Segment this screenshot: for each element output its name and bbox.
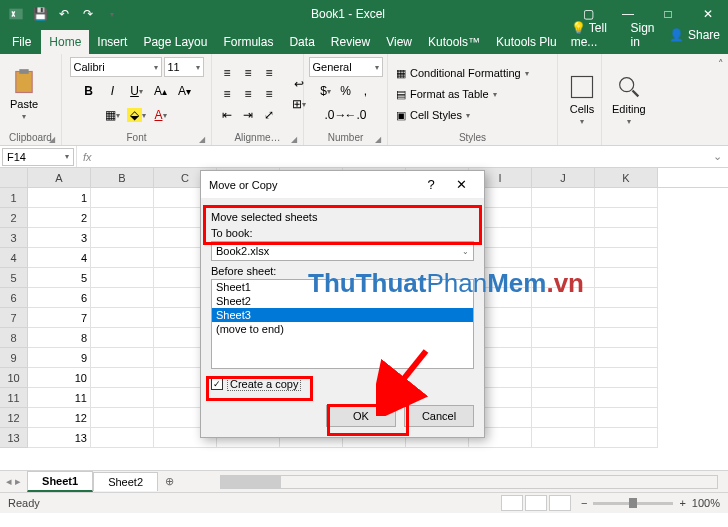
cell[interactable]: 12: [28, 408, 91, 428]
cell[interactable]: 6: [28, 288, 91, 308]
number-format-select[interactable]: General▾: [309, 57, 383, 77]
cell[interactable]: [595, 228, 658, 248]
sign-in[interactable]: Sign in: [624, 16, 663, 54]
cell[interactable]: [595, 288, 658, 308]
cell[interactable]: [91, 268, 154, 288]
align-left-button[interactable]: ≡: [218, 84, 236, 104]
cell[interactable]: 11: [28, 388, 91, 408]
font-size-select[interactable]: 11▾: [164, 57, 204, 77]
cell[interactable]: [532, 208, 595, 228]
cell[interactable]: [91, 388, 154, 408]
row-header[interactable]: 7: [0, 308, 28, 328]
cell[interactable]: [532, 308, 595, 328]
align-top-button[interactable]: ≡: [218, 63, 236, 83]
col-header[interactable]: J: [532, 168, 595, 187]
collapse-ribbon-icon[interactable]: ˄: [714, 54, 728, 145]
cell[interactable]: [91, 288, 154, 308]
save-icon[interactable]: 💾: [30, 4, 50, 24]
cell[interactable]: [595, 248, 658, 268]
increase-indent-button[interactable]: ⇥: [239, 105, 257, 125]
formula-input[interactable]: fx: [76, 146, 707, 167]
cell[interactable]: 10: [28, 368, 91, 388]
cell[interactable]: [532, 388, 595, 408]
redo-icon[interactable]: ↷: [78, 4, 98, 24]
row-header[interactable]: 8: [0, 328, 28, 348]
cell[interactable]: [595, 388, 658, 408]
zoom-slider[interactable]: [593, 502, 673, 505]
cell[interactable]: 2: [28, 208, 91, 228]
cell[interactable]: [91, 348, 154, 368]
cell[interactable]: [532, 248, 595, 268]
cell[interactable]: [595, 268, 658, 288]
cell[interactable]: [91, 368, 154, 388]
col-header[interactable]: A: [28, 168, 91, 187]
borders-button[interactable]: ▦▾: [102, 105, 124, 125]
expand-icon[interactable]: ◢: [291, 135, 297, 144]
dialog-title-bar[interactable]: Move or Copy ? ✕: [201, 171, 484, 199]
cell[interactable]: 1: [28, 188, 91, 208]
cell[interactable]: [595, 208, 658, 228]
align-center-button[interactable]: ≡: [239, 84, 257, 104]
col-header[interactable]: K: [595, 168, 658, 187]
orientation-button[interactable]: ⤢: [260, 105, 278, 125]
format-as-table-button[interactable]: ▤Format as Table▾: [394, 84, 531, 104]
cell[interactable]: [595, 428, 658, 448]
expand-icon[interactable]: ◢: [199, 135, 205, 144]
cell[interactable]: [595, 348, 658, 368]
italic-button[interactable]: I: [102, 81, 124, 101]
dialog-help-button[interactable]: ?: [416, 177, 446, 192]
horizontal-scrollbar[interactable]: [220, 475, 718, 489]
editing-button[interactable]: Editing▾: [608, 71, 650, 128]
row-header[interactable]: 9: [0, 348, 28, 368]
underline-button[interactable]: U▾: [126, 81, 148, 101]
row-header[interactable]: 6: [0, 288, 28, 308]
tell-me[interactable]: 💡 Tell me...: [565, 16, 625, 54]
page-break-view-button[interactable]: [549, 495, 571, 511]
normal-view-button[interactable]: [501, 495, 523, 511]
cell[interactable]: [91, 308, 154, 328]
align-middle-button[interactable]: ≡: [239, 63, 257, 83]
tab-view[interactable]: View: [378, 30, 420, 54]
col-header[interactable]: B: [91, 168, 154, 187]
decrease-font-button[interactable]: A▾: [174, 81, 196, 101]
file-tab[interactable]: File: [2, 30, 41, 54]
cell[interactable]: [91, 228, 154, 248]
cancel-button[interactable]: Cancel: [404, 405, 474, 427]
row-header[interactable]: 5: [0, 268, 28, 288]
cell[interactable]: [532, 268, 595, 288]
zoom-out-button[interactable]: −: [581, 497, 587, 509]
dialog-close-button[interactable]: ✕: [446, 177, 476, 192]
row-header[interactable]: 3: [0, 228, 28, 248]
row-header[interactable]: 10: [0, 368, 28, 388]
tab-data[interactable]: Data: [281, 30, 322, 54]
cell[interactable]: [532, 428, 595, 448]
font-name-select[interactable]: Calibri▾: [70, 57, 162, 77]
cell-styles-button[interactable]: ▣Cell Styles▾: [394, 105, 531, 125]
cell[interactable]: 9: [28, 348, 91, 368]
before-sheet-list[interactable]: Sheet1 Sheet2 Sheet3 (move to end): [211, 279, 474, 369]
to-book-select[interactable]: Book2.xlsx⌄: [211, 241, 474, 261]
tab-insert[interactable]: Insert: [89, 30, 135, 54]
cell[interactable]: [532, 348, 595, 368]
paste-button[interactable]: Paste ▾: [6, 66, 42, 123]
tab-home[interactable]: Home: [41, 30, 89, 54]
select-all-corner[interactable]: [0, 168, 28, 187]
font-color-button[interactable]: A▾: [150, 105, 172, 125]
row-header[interactable]: 4: [0, 248, 28, 268]
list-option-selected[interactable]: Sheet3: [212, 308, 473, 322]
list-option[interactable]: Sheet2: [212, 294, 473, 308]
cell[interactable]: [595, 308, 658, 328]
sheet-tab-2[interactable]: Sheet2: [93, 472, 158, 491]
sheet-nav[interactable]: ◂ ▸: [0, 475, 27, 488]
cell[interactable]: 5: [28, 268, 91, 288]
cell[interactable]: [532, 408, 595, 428]
cells-button[interactable]: Cells▾: [564, 71, 600, 128]
cell[interactable]: 4: [28, 248, 91, 268]
cell[interactable]: [532, 228, 595, 248]
cell[interactable]: [91, 408, 154, 428]
cell[interactable]: [595, 188, 658, 208]
row-header[interactable]: 1: [0, 188, 28, 208]
comma-button[interactable]: ,: [357, 81, 375, 101]
cell[interactable]: [595, 408, 658, 428]
expand-formula-bar-icon[interactable]: ⌄: [707, 150, 728, 163]
